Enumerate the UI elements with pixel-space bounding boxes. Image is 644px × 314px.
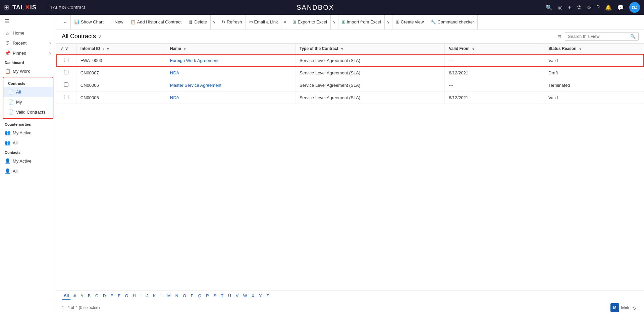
sidebar-item-counterparties-active[interactable]: 👥 My Active: [0, 128, 56, 138]
chat-icon[interactable]: 💬: [617, 4, 624, 11]
import-dropdown[interactable]: ∨: [385, 15, 392, 29]
contract-name-link-2[interactable]: Master Service Agreement: [170, 83, 221, 88]
name-sort-icon[interactable]: ∨: [183, 47, 186, 51]
view-title-chevron-icon[interactable]: ∨: [98, 34, 101, 39]
sidebar-item-pinned[interactable]: 📌 Pinned ∨: [0, 48, 56, 58]
status-reason-header[interactable]: Status Reason ∨: [544, 44, 644, 54]
sidebar-item-contacts-all[interactable]: 👤 All: [0, 166, 56, 176]
alpha-btn-a[interactable]: A: [78, 293, 85, 299]
type-sort-icon[interactable]: ∨: [341, 47, 343, 51]
add-icon[interactable]: +: [568, 4, 572, 11]
settings-icon[interactable]: ⚙: [587, 4, 591, 11]
sidebar-item-contracts-all[interactable]: 📄 All: [3, 87, 53, 97]
export-excel-button[interactable]: ⊞ Export to Excel: [289, 15, 330, 29]
sidebar-item-home[interactable]: ⌂ Home: [0, 28, 56, 38]
sort-header-chevron-icon[interactable]: ∨: [107, 47, 109, 51]
alpha-btn-u[interactable]: U: [226, 293, 233, 299]
alpha-btn-y[interactable]: Y: [257, 293, 264, 299]
export-dropdown[interactable]: ∨: [331, 15, 338, 29]
row-name-0[interactable]: Foreign Work Agreement: [166, 54, 296, 67]
contract-name-link-1[interactable]: NDA: [170, 70, 179, 75]
new-button[interactable]: + New: [107, 15, 127, 29]
refresh-button[interactable]: ↻ Refresh: [218, 15, 246, 29]
search-icon[interactable]: 🔍: [546, 4, 552, 11]
row-checkbox-2[interactable]: [56, 79, 76, 91]
alpha-btn-c[interactable]: C: [93, 293, 100, 299]
table-row: FWA_0063 Foreign Work Agreement Service …: [56, 54, 644, 67]
pinned-chevron-icon: ∨: [49, 51, 51, 55]
sidebar-item-my-work[interactable]: 📋 My Work: [0, 66, 56, 76]
delete-button[interactable]: 🗑 Delete: [185, 15, 211, 29]
show-chart-button[interactable]: 📊 Show Chart: [71, 15, 107, 29]
row-checkbox-1[interactable]: [56, 67, 76, 79]
alpha-btn-x[interactable]: X: [250, 293, 256, 299]
row-checkbox-0[interactable]: [56, 54, 76, 67]
alpha-btn-i[interactable]: I: [139, 293, 144, 299]
alpha-btn-j[interactable]: J: [144, 293, 150, 299]
alpha-btn-b[interactable]: B: [86, 293, 93, 299]
sort-desc-icon[interactable]: ↓: [103, 47, 104, 51]
filter-icon[interactable]: ⚗: [577, 4, 581, 11]
row-name-2[interactable]: Master Service Agreement: [166, 79, 296, 91]
internal-id-header[interactable]: Internal ID ↓ ∨: [76, 44, 166, 54]
alpha-btn-o[interactable]: O: [181, 293, 188, 299]
alpha-btn-k[interactable]: K: [151, 293, 158, 299]
search-submit-icon[interactable]: 🔍: [630, 34, 636, 39]
alpha-btn-w[interactable]: W: [241, 293, 249, 299]
row-type-3: Service Level Agreement (SLA): [295, 91, 444, 104]
alpha-btn-p[interactable]: P: [189, 293, 196, 299]
hamburger-button[interactable]: ☰: [0, 15, 56, 28]
contract-name-link-3[interactable]: NDA: [170, 95, 179, 100]
alpha-btn-m[interactable]: M: [165, 293, 173, 299]
alpha-btn-z[interactable]: Z: [264, 293, 271, 299]
sidebar-item-contracts-my[interactable]: 📄 My: [3, 97, 53, 107]
name-header[interactable]: Name ∨: [166, 44, 296, 54]
alpha-btn-d[interactable]: D: [101, 293, 108, 299]
alpha-btn-h[interactable]: H: [131, 293, 138, 299]
status-nav-main[interactable]: M Main ◇: [608, 303, 639, 313]
alpha-btn-e[interactable]: E: [108, 293, 115, 299]
command-checker-icon: 🔧: [431, 19, 436, 24]
type-header[interactable]: Type of the Contract ∨: [295, 44, 444, 54]
bell-icon[interactable]: 🔔: [605, 4, 612, 11]
grid-menu-icon[interactable]: ⊞: [4, 4, 9, 11]
alpha-btn-#[interactable]: #: [71, 293, 78, 299]
view-filter-icon[interactable]: ⊟: [557, 34, 561, 39]
row-checkbox-3[interactable]: [56, 91, 76, 104]
back-button[interactable]: ←: [60, 15, 71, 29]
valid-from-header[interactable]: Valid From ∨: [445, 44, 544, 54]
checkbox-header[interactable]: ✓ ∨: [56, 44, 76, 54]
email-link-button[interactable]: ✉ Email a Link: [246, 15, 282, 29]
user-avatar[interactable]: OJ: [629, 2, 640, 13]
row-name-1[interactable]: NDA: [166, 67, 296, 79]
check-dropdown-icon[interactable]: ∨: [65, 46, 68, 51]
sidebar-item-counterparties-all[interactable]: 👥 All: [0, 138, 56, 148]
view-title[interactable]: All Contracts ∨: [62, 33, 101, 40]
target-icon[interactable]: ◎: [558, 4, 562, 11]
alpha-btn-q[interactable]: Q: [196, 293, 203, 299]
alpha-btn-n[interactable]: N: [173, 293, 180, 299]
sidebar-item-contacts-active[interactable]: 👤 My Active: [0, 156, 56, 166]
add-historical-button[interactable]: 📋 Add Historical Contract: [127, 15, 185, 29]
alpha-btn-r[interactable]: R: [204, 293, 211, 299]
sidebar-item-contracts-valid[interactable]: 📄 Valid Contracts: [3, 107, 53, 117]
help-icon[interactable]: ?: [597, 4, 600, 10]
create-view-button[interactable]: ⊞ Create view: [392, 15, 428, 29]
contract-name-link-0[interactable]: Foreign Work Agreement: [170, 58, 218, 63]
import-excel-button[interactable]: ⊞ Import from Excel: [338, 15, 385, 29]
alpha-btn-all[interactable]: All: [62, 292, 71, 300]
search-input[interactable]: [568, 34, 628, 39]
delete-dropdown[interactable]: ∨: [211, 15, 218, 29]
alpha-btn-f[interactable]: F: [116, 293, 122, 299]
alpha-btn-t[interactable]: T: [219, 293, 225, 299]
sidebar-item-recent[interactable]: ⏱ Recent ∨: [0, 38, 56, 48]
command-checker-button[interactable]: 🔧 Command checker: [427, 15, 478, 29]
alpha-btn-s[interactable]: S: [212, 293, 218, 299]
alpha-btn-v[interactable]: V: [234, 293, 240, 299]
status-sort-icon[interactable]: ∨: [579, 47, 581, 51]
alpha-btn-g[interactable]: G: [123, 293, 130, 299]
row-name-3[interactable]: NDA: [166, 91, 296, 104]
valid-sort-icon[interactable]: ∨: [472, 47, 474, 51]
email-dropdown[interactable]: ∨: [281, 15, 289, 29]
alpha-btn-l[interactable]: L: [158, 293, 165, 299]
